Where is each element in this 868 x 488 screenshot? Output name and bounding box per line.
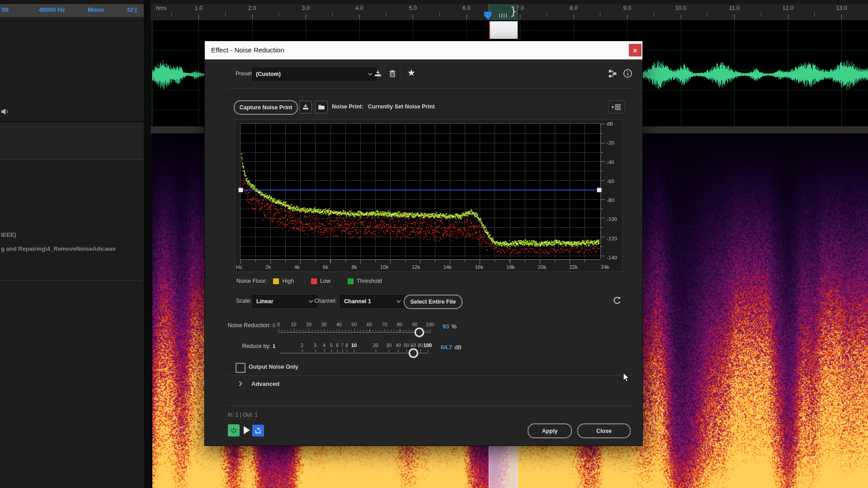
presets-dropdown[interactable]: (Custom) — [252, 68, 377, 80]
select-entire-file-button[interactable]: Select Entire File — [404, 295, 462, 309]
panel-separator[interactable] — [144, 0, 151, 488]
graph-options-menu-button[interactable] — [608, 100, 625, 113]
threshold-left-handle[interactable] — [238, 188, 243, 192]
selection-right-handle[interactable]: } — [510, 5, 517, 18]
graph-plot-area[interactable] — [240, 123, 601, 260]
legend-swatch-threshold — [348, 278, 354, 284]
x-tick-label: Hz — [236, 264, 242, 270]
x-axis-ticks — [241, 259, 599, 264]
x-tick-label: 6k — [323, 264, 328, 270]
waveform-selection-box[interactable] — [489, 21, 518, 39]
x-tick-label: 24k — [601, 264, 609, 270]
advanced-expander-chevron[interactable] — [239, 381, 242, 386]
apply-button[interactable]: Apply — [528, 423, 572, 438]
nr-scale-number: 0 — [272, 322, 285, 327]
rb-scale-number: 6 — [336, 343, 339, 348]
scale-dropdown[interactable]: Linear — [252, 295, 317, 308]
reduce-by-slider-handle[interactable] — [409, 348, 418, 358]
file-list-selected-row[interactable]: 00 48000 Hz Mono 32 ( — [0, 4, 144, 17]
ruler-unit-label: hms — [156, 5, 167, 11]
ruler-numbers: 1.02.03.04.05.06.07.08.09.010.011.012.01… — [172, 5, 868, 11]
y-tick-label: -80 — [607, 197, 614, 203]
legend-label: Noise Floor: — [236, 278, 267, 284]
close-dialog-button[interactable]: Close — [577, 423, 631, 438]
ruler-number: 13.0 — [815, 5, 868, 11]
info-button[interactable] — [622, 68, 633, 79]
speaker-icon — [1, 108, 10, 116]
effects-rack-routing-icon[interactable] — [607, 68, 618, 79]
scale-value: Linear — [256, 298, 274, 305]
noise-reduction-unit: % — [451, 323, 457, 330]
noise-print-status: Noise Print: Currently Set Noise Print — [332, 103, 435, 110]
dialog-divider — [226, 375, 633, 376]
preview-play-button[interactable] — [244, 426, 250, 434]
y-tick-label: -60 — [607, 178, 614, 184]
output-noise-only-checkbox[interactable] — [236, 363, 245, 373]
power-icon — [230, 427, 238, 435]
y-tick-label: -100 — [607, 216, 617, 222]
noise-reduction-slider-handle[interactable] — [415, 328, 424, 337]
close-button[interactable]: × — [629, 44, 642, 56]
rb-scale-number: 50 — [404, 343, 409, 348]
reduce-by-slider-track[interactable] — [280, 353, 428, 353]
delete-preset-button[interactable] — [387, 68, 398, 80]
chevron-down-icon — [309, 300, 313, 303]
toolbar-separator — [401, 67, 401, 80]
nr-scale-number: 100 — [424, 322, 436, 327]
rb-scale-number: 30 — [386, 343, 392, 348]
x-tick-label: 18k — [506, 264, 515, 270]
load-noise-print-button[interactable] — [315, 101, 328, 113]
x-tick-label: 10k — [380, 264, 389, 270]
ruler-number: 6.0 — [440, 5, 494, 11]
save-preset-button[interactable] — [372, 68, 384, 80]
favorite-star-icon[interactable]: ★ — [405, 66, 418, 80]
noise-reduction-label: Noise Reduction: — [205, 322, 271, 328]
legend-item-threshold: Threshold — [357, 278, 382, 284]
loop-playback-toggle[interactable] — [252, 425, 264, 436]
folder-icon — [317, 103, 326, 111]
ruler-number: 2.0 — [226, 5, 279, 11]
x-tick-label: 8k — [351, 264, 357, 270]
reduce-by-number: 64.7 — [441, 344, 452, 351]
save-icon — [373, 69, 382, 78]
x-tick-label: 22k — [570, 264, 578, 270]
rb-scale-number: 20 — [373, 343, 378, 348]
nr-scale-number: 40 — [333, 322, 345, 327]
file-row-truncated-value: 00 — [2, 6, 9, 13]
trash-icon — [388, 69, 397, 78]
x-tick-label: 16k — [475, 264, 483, 270]
nr-scale-number: 90 — [409, 322, 421, 327]
ruler-number: 4.0 — [333, 5, 387, 11]
legend-swatch-low — [311, 278, 317, 284]
selection-grip — [499, 14, 500, 18]
advanced-section-label[interactable]: Advanced — [251, 380, 279, 387]
waveform-left-border — [152, 20, 152, 127]
output-noise-only-label: Output Noise Only — [249, 364, 298, 370]
reduce-by-unit: dB — [454, 344, 462, 351]
graph-canvas[interactable] — [241, 124, 599, 258]
panel-divider — [0, 159, 144, 160]
capture-noise-print-button[interactable]: Capture Noise Print — [234, 100, 298, 115]
reset-button[interactable] — [611, 294, 623, 307]
threshold-right-handle[interactable] — [597, 188, 602, 192]
noise-reduction-slider-track[interactable] — [278, 332, 430, 333]
save-icon — [302, 103, 310, 111]
effect-power-toggle[interactable] — [228, 424, 240, 436]
rb-scale-number: 5 — [330, 343, 333, 348]
node-graph-icon — [608, 69, 618, 79]
nr-scale-number: 30 — [318, 322, 330, 327]
rb-scale-number: 40 — [396, 343, 401, 348]
file-row-channels: Mono — [88, 6, 104, 13]
nr-scale-number: 20 — [302, 322, 315, 327]
save-noise-print-button[interactable] — [299, 101, 312, 113]
x-axis-labels: Hz2k4k6k8k10k12k14k16k18k20k22k24k — [236, 264, 609, 270]
ruler-number: 10.0 — [654, 5, 708, 11]
reset-icon — [612, 295, 623, 306]
channel-dropdown[interactable]: Channel 1 — [340, 295, 405, 308]
mouse-cursor — [623, 372, 630, 383]
ruler-minor-ticks — [171, 12, 868, 16]
dialog-titlebar[interactable]: Effect - Noise Reduction × — [205, 41, 642, 60]
selection-grip — [506, 14, 507, 18]
presets-value: (Custom) — [256, 71, 281, 77]
selection-grip — [504, 14, 505, 18]
